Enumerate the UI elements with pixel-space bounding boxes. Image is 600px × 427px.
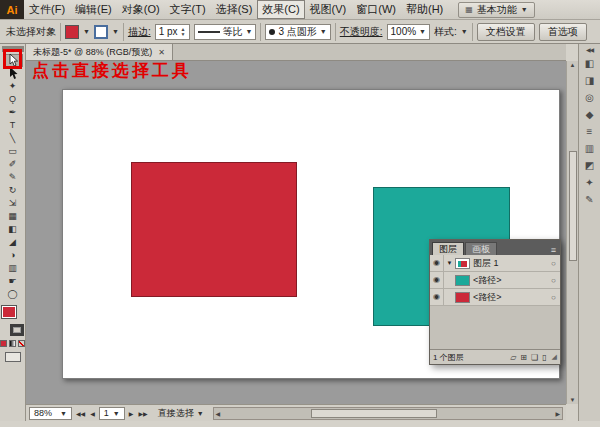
fill-swatch[interactable]	[2, 306, 16, 318]
paintbrush-tool[interactable]: ✐	[3, 158, 23, 171]
menu-view[interactable]: 视图(V)	[305, 0, 352, 19]
transparency-panel-icon[interactable]: ◩	[582, 159, 598, 172]
line-segment-tool[interactable]: ╲	[3, 132, 23, 145]
stroke-panel-icon[interactable]: ≡	[582, 125, 598, 138]
lasso-tool[interactable]: Ǫ	[3, 93, 23, 106]
stroke-panel-link[interactable]: 描边:	[128, 25, 151, 39]
target-circle-icon[interactable]: ○	[547, 259, 560, 268]
eyedropper-tool[interactable]: ◢	[3, 236, 23, 249]
menu-type[interactable]: 文字(T)	[165, 0, 211, 19]
path-row[interactable]: ◉ <路径> ○	[430, 289, 560, 306]
path-row[interactable]: ◉ <路径> ○	[430, 272, 560, 289]
menu-effect[interactable]: 效果(C)	[257, 0, 304, 19]
visibility-eye-icon[interactable]: ◉	[430, 289, 444, 305]
new-layer-icon[interactable]: ❏	[531, 353, 538, 362]
stroke-dropdown-icon[interactable]: ▼	[112, 28, 119, 35]
last-artboard-button[interactable]: ▶▶	[137, 410, 148, 417]
layer-row[interactable]: ◉ ▼ 图层 1 ○	[430, 255, 560, 272]
menu-object[interactable]: 对象(O)	[117, 0, 165, 19]
blend-tool[interactable]: ◑	[3, 249, 23, 262]
opacity-panel-link[interactable]: 不透明度:	[340, 25, 383, 39]
stroke-width-select[interactable]: 1 px ▲▼	[155, 24, 190, 40]
tab-artboards[interactable]: 画板	[465, 242, 497, 255]
vertical-scrollbar[interactable]: ▲ ▼	[566, 61, 578, 404]
visibility-eye-icon[interactable]: ◉	[430, 272, 444, 288]
stroke-color-swatch[interactable]	[94, 25, 108, 39]
target-circle-icon[interactable]: ○	[547, 276, 560, 285]
scroll-right-icon[interactable]: ▶	[555, 410, 560, 417]
delete-layer-icon[interactable]: ▯	[542, 353, 546, 362]
none-button[interactable]	[18, 340, 25, 347]
fill-dropdown-icon[interactable]: ▼	[83, 28, 90, 35]
type-tool[interactable]: T	[3, 119, 23, 132]
layers-panel-titlebar[interactable]: 图层 画板 ≡	[430, 240, 560, 255]
menu-select[interactable]: 选择(S)	[211, 0, 258, 19]
preferences-button[interactable]: 首选项	[539, 23, 587, 41]
magic-wand-tool[interactable]: ✦	[3, 80, 23, 93]
expand-triangle-icon[interactable]: ▼	[444, 260, 455, 266]
opacity-select[interactable]: 100% ▼	[387, 24, 431, 40]
path-name[interactable]: <路径>	[473, 291, 547, 304]
workspace-switcher[interactable]: ▦ 基本功能 ▼	[458, 2, 535, 18]
stroke-swatch[interactable]	[10, 324, 24, 336]
layer-name[interactable]: 图层 1	[473, 257, 547, 270]
scroll-down-icon[interactable]: ▼	[570, 397, 576, 403]
column-graph-tool[interactable]: ▥	[3, 262, 23, 275]
scroll-left-icon[interactable]: ◀	[216, 410, 221, 417]
make-clipping-mask-icon[interactable]: ▱	[510, 353, 516, 362]
color-button[interactable]	[0, 340, 7, 347]
previous-artboard-button[interactable]: ◀	[89, 410, 96, 417]
mesh-tool[interactable]: ▦	[3, 210, 23, 223]
document-tab[interactable]: 未标题-5* @ 88% (RGB/预览) ✕	[26, 44, 173, 60]
zoom-select[interactable]: 88% ▼	[29, 407, 72, 420]
path-name[interactable]: <路径>	[473, 274, 547, 287]
color-panel-icon[interactable]: ◧	[582, 57, 598, 70]
zoom-tool[interactable]: ◯	[3, 288, 23, 301]
color-guide-panel-icon[interactable]: ◨	[582, 74, 598, 87]
visibility-eye-icon[interactable]: ◉	[430, 255, 444, 271]
artboard-number-select[interactable]: 1 ▼	[99, 407, 125, 420]
current-tool-status[interactable]: 直接选择	[158, 407, 194, 420]
hand-tool[interactable]: ☛	[3, 275, 23, 288]
close-icon[interactable]: ✕	[158, 48, 165, 57]
brush-select[interactable]: 3 点圆形 ▼	[265, 24, 330, 40]
horizontal-scrollbar[interactable]: ◀ ▶	[213, 407, 563, 420]
tab-layers[interactable]: 图层	[432, 242, 464, 255]
graphic-styles-panel-icon[interactable]: ◆	[582, 108, 598, 121]
width-profile-select[interactable]: 等比 ▼	[194, 24, 257, 40]
layer-count: 1 个图层	[433, 352, 464, 363]
menu-file[interactable]: 文件(F)	[24, 0, 70, 19]
expand-dock-icon[interactable]: ◀◀	[586, 46, 593, 53]
menu-help[interactable]: 帮助(H)	[401, 0, 448, 19]
panel-resize-grip[interactable]: ◢	[552, 353, 557, 361]
scroll-up-icon[interactable]: ▲	[570, 62, 576, 68]
target-circle-icon[interactable]: ○	[547, 293, 560, 302]
horizontal-scroll-thumb[interactable]	[311, 409, 436, 418]
style-dropdown-icon[interactable]: ▼	[461, 28, 468, 35]
document-setup-button[interactable]: 文档设置	[477, 23, 535, 41]
menu-edit[interactable]: 编辑(E)	[70, 0, 117, 19]
fill-color-swatch[interactable]	[65, 25, 79, 39]
rotate-tool[interactable]: ↻	[3, 184, 23, 197]
next-artboard-button[interactable]: ▶	[128, 410, 135, 417]
new-sublayer-icon[interactable]: ⊞	[520, 353, 527, 362]
first-artboard-button[interactable]: ◀◀	[75, 410, 86, 417]
pen-tool[interactable]: ✒	[3, 106, 23, 119]
scale-tool[interactable]: ⇲	[3, 197, 23, 210]
panel-menu-icon[interactable]: ≡	[551, 245, 558, 255]
menu-window[interactable]: 窗口(W)	[351, 0, 401, 19]
symbols-panel-icon[interactable]: ✦	[582, 176, 598, 189]
rectangle-tool[interactable]: ▭	[3, 145, 23, 158]
canvas-area[interactable]: 图层 画板 ≡ ◉ ▼ 图层 1 ○ ◉ <路径> ○	[26, 61, 566, 404]
brushes-panel-icon[interactable]: ✎	[582, 193, 598, 206]
screen-mode-button[interactable]	[5, 352, 21, 362]
red-rectangle[interactable]	[131, 162, 297, 297]
vertical-scroll-thumb[interactable]	[569, 151, 577, 261]
pencil-tool[interactable]: ✎	[3, 171, 23, 184]
gradient-button[interactable]	[9, 340, 16, 347]
gradient-panel-icon[interactable]: ▥	[582, 142, 598, 155]
status-dropdown-icon[interactable]: ▼	[197, 410, 204, 417]
stroke-width-stepper[interactable]: ▲▼	[181, 27, 186, 37]
appearance-panel-icon[interactable]: ◎	[582, 91, 598, 104]
gradient-tool[interactable]: ◧	[3, 223, 23, 236]
